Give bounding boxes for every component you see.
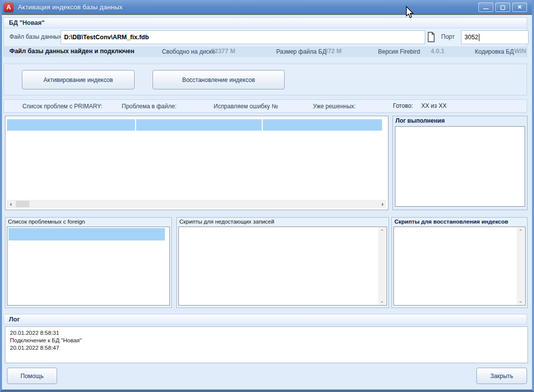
foreign-problems-panel: Список проблемных с foreign xyxy=(5,217,172,308)
encoding-label: Кодировка БД xyxy=(475,48,514,55)
minimize-button[interactable]: — xyxy=(478,2,493,12)
text-caret xyxy=(479,34,479,41)
execution-log-box[interactable] xyxy=(395,126,525,207)
missing-scripts-box[interactable]: ⌃ ⌄ xyxy=(178,227,387,306)
db-status-row: Файл базы данных найден и подключен Своб… xyxy=(4,46,527,57)
scroll-down-icon[interactable]: ⌄ xyxy=(517,297,525,305)
file-size-value: 372 М xyxy=(324,48,342,55)
file-page-icon[interactable] xyxy=(427,32,435,44)
horizontal-scrollbar[interactable]: ‹ › xyxy=(7,200,386,208)
close-button[interactable]: ✕ xyxy=(512,2,527,12)
port-value: 3052 xyxy=(464,34,478,41)
primary-problems-label: Список проблем с PRIMARY: xyxy=(22,103,102,110)
mouse-cursor xyxy=(405,6,414,21)
title-bar[interactable]: A Активация индексов базы данных — ▢ ✕ xyxy=(0,0,534,15)
done-value: XX из XX xyxy=(421,102,447,109)
vertical-scrollbar[interactable]: ⌃ ⌄ xyxy=(378,228,386,305)
log-box[interactable]: 20.01.2022 8:58:31 Подключение к БД "Нов… xyxy=(5,326,528,363)
firebird-version-label: Версия Firebird xyxy=(378,48,420,55)
actions-panel: Активирование индексов Восстановление ин… xyxy=(3,64,527,95)
free-space-value: 92377 М xyxy=(211,48,235,55)
log-section-title: Лог xyxy=(3,314,527,325)
foreign-list-header[interactable] xyxy=(8,228,165,240)
db-group-title: БД "Новая" xyxy=(4,18,527,28)
activate-indexes-button[interactable]: Активирование индексов xyxy=(22,70,135,89)
primary-problems-grid: ‹ › xyxy=(5,116,388,210)
db-file-input[interactable]: D:\DB\TestConv\ARM_fix.fdb xyxy=(61,30,425,44)
log-line: 20.01.2022 8:58:31 xyxy=(10,329,528,337)
minimize-icon: — xyxy=(483,5,489,11)
grid-header-row xyxy=(7,119,382,131)
restore-indexes-button[interactable]: Восстановление индексов xyxy=(153,70,285,89)
port-label: Порт xyxy=(441,33,455,40)
log-line: 20.01.2022 8:58:47 xyxy=(10,344,528,352)
app-icon: A xyxy=(4,2,13,12)
db-file-value: D:\DB\TestConv\ARM_fix.fdb xyxy=(64,34,149,41)
window-controls: — ▢ ✕ xyxy=(478,2,530,12)
maximize-button[interactable]: ▢ xyxy=(495,2,510,12)
foreign-problems-title: Список проблемных с foreign xyxy=(8,219,85,225)
client-area: БД "Новая" Файл базы данных D:\DB\TestCo… xyxy=(2,16,532,390)
port-input[interactable]: 3052 xyxy=(461,30,529,44)
execution-log-title: Лог выполнения xyxy=(395,117,445,124)
foreign-problems-list[interactable] xyxy=(7,227,170,306)
done-label: Готово: xyxy=(393,102,413,109)
fixing-error-label: Исправляем ошибку № xyxy=(214,103,278,110)
db-file-label: Файл базы данных xyxy=(9,33,62,40)
progress-panel: Список проблем с PRIMARY: Проблема в фай… xyxy=(3,99,527,113)
scroll-up-icon[interactable]: ⌃ xyxy=(517,228,525,235)
firebird-version-value: 4.0.1 xyxy=(431,48,445,55)
help-button[interactable]: Помощь xyxy=(7,368,57,384)
solved-label: Уже решенных: xyxy=(313,103,356,110)
grid-header-cell-3[interactable] xyxy=(263,119,382,131)
close-icon: ✕ xyxy=(517,4,522,10)
scroll-left-icon[interactable]: ‹ xyxy=(7,200,15,208)
close-dialog-button[interactable]: Закрыть xyxy=(476,368,527,384)
restore-scripts-box[interactable]: ⌃ ⌄ xyxy=(393,227,526,306)
missing-scripts-title: Скрипты для недостающих записей xyxy=(179,219,274,225)
file-problem-label: Проблема в файле: xyxy=(122,103,176,110)
db-status-text: Файл базы данных найден и подключен xyxy=(9,48,135,55)
missing-scripts-panel: Скрипты для недостающих записей ⌃ ⌄ xyxy=(176,217,389,308)
scroll-down-icon[interactable]: ⌄ xyxy=(378,297,386,305)
log-line: Подключение к БД "Новая" xyxy=(10,337,528,344)
db-group-panel: БД "Новая" Файл базы данных D:\DB\TestCo… xyxy=(3,17,527,57)
grid-header-cell-1[interactable] xyxy=(7,119,135,131)
db-file-row: Файл базы данных D:\DB\TestConv\ARM_fix.… xyxy=(4,28,527,46)
encoding-value: WIN1 xyxy=(514,48,527,55)
restore-scripts-title: Скрипты для восстановления индексов xyxy=(394,219,508,225)
grid-header-cell-2[interactable] xyxy=(136,119,262,131)
scroll-up-icon[interactable]: ⌃ xyxy=(378,228,386,235)
restore-scripts-panel: Скрипты для восстановления индексов ⌃ ⌄ xyxy=(391,217,528,308)
vertical-scrollbar[interactable]: ⌃ ⌄ xyxy=(517,228,525,305)
window-title: Активация индексов базы данных xyxy=(18,3,123,11)
maximize-icon: ▢ xyxy=(500,4,505,10)
free-space-label: Свободно на диске xyxy=(162,48,215,55)
execution-log-panel: Лог выполнения xyxy=(392,116,528,210)
file-size-label: Размер файла БД xyxy=(276,48,326,55)
app-window: A Активация индексов базы данных — ▢ ✕ Б… xyxy=(0,0,534,392)
scroll-right-icon[interactable]: › xyxy=(379,200,386,208)
scrollbar-thumb[interactable] xyxy=(16,201,29,207)
